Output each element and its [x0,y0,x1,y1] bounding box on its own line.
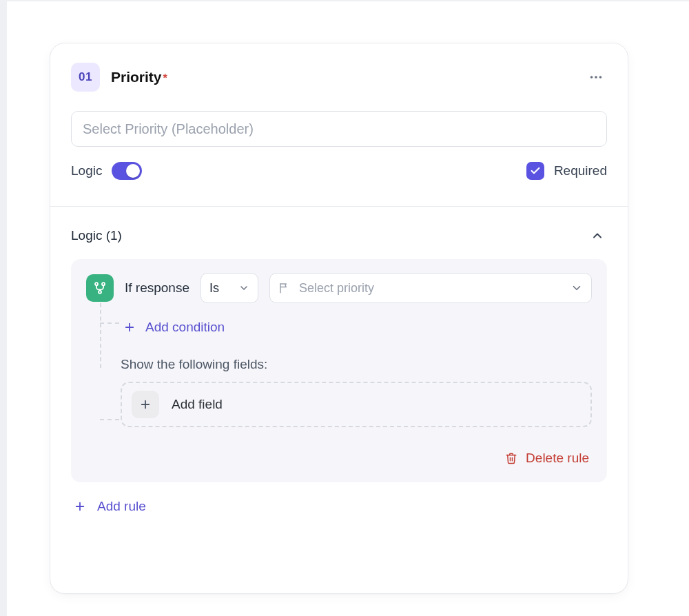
trash-icon [505,452,517,464]
svg-point-2 [599,76,602,79]
chevron-down-icon [570,282,583,294]
priority-select[interactable]: Select Priority (Placeholder) [71,111,607,147]
required-label: Required [554,163,607,178]
rule-footer: Delete rule [86,446,592,470]
if-response-label: If response [125,280,189,296]
check-icon [530,165,541,176]
plus-icon [123,321,136,333]
field-title-wrap: Priority* [111,69,167,85]
required-checkbox[interactable] [526,162,544,180]
rule-condition-row: If response Is Select priority [86,273,592,303]
frame-left-rail [0,0,7,616]
branch-icon [93,281,107,295]
field-index-badge: 01 [71,63,100,92]
branch-chip [86,274,114,302]
logic-section-header: Logic (1) [71,226,607,245]
tree-connector [100,322,119,324]
add-field-plus [132,391,159,418]
logic-rule-card: If response Is Select priority [71,259,607,482]
section-divider [50,206,628,207]
flag-icon [278,282,291,294]
add-condition-label: Add condition [145,320,225,335]
field-header: 01 Priority* [71,63,607,92]
add-field-label: Add field [172,397,223,412]
logic-toggle[interactable] [112,162,142,180]
rule-tree: Add condition Show the following fields:… [100,303,592,427]
svg-point-1 [595,76,597,79]
plus-icon [74,500,86,513]
field-config-card: 01 Priority* Select Priority (Placeholde… [50,43,628,594]
show-fields-label: Show the following fields: [121,357,592,372]
more-horizontal-icon [588,70,604,85]
frame-top-line [0,0,689,1]
logic-section-title: Logic (1) [71,228,122,243]
logic-toggle-label: Logic [71,163,102,178]
add-rule-label: Add rule [97,499,146,514]
plus-icon [139,398,152,411]
chevron-up-icon [590,229,604,243]
delete-rule-label: Delete rule [526,451,589,466]
value-select[interactable]: Select priority [269,273,592,303]
field-title: Priority [111,69,162,85]
operator-select[interactable]: Is [200,273,258,303]
required-asterisk: * [163,72,167,84]
toggle-knob [126,164,140,178]
svg-point-5 [99,291,101,294]
add-field-button[interactable]: Add field [121,382,592,427]
field-options-row: Logic Required [71,162,607,180]
field-more-button[interactable] [585,66,607,88]
value-placeholder: Select priority [299,281,374,296]
delete-rule-button[interactable]: Delete rule [502,446,592,470]
logic-collapse-button[interactable] [588,226,607,245]
tree-connector [100,419,119,420]
svg-point-0 [590,76,593,79]
operator-value: Is [209,281,219,296]
chevron-down-icon [238,283,249,294]
add-rule-button[interactable]: Add rule [71,495,149,518]
add-condition-button[interactable]: Add condition [121,316,227,339]
